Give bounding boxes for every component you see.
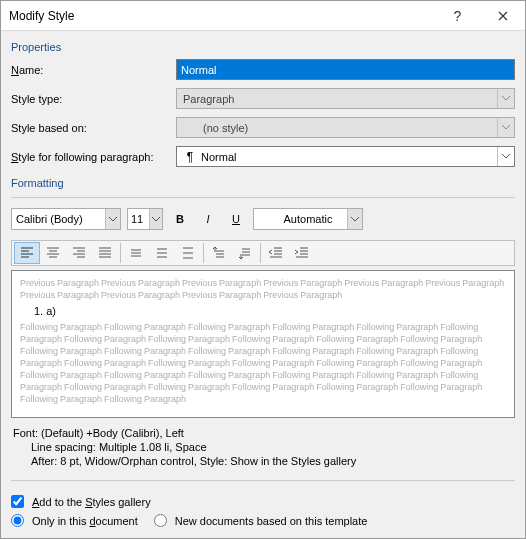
font-size-combo[interactable]: 11 xyxy=(127,208,163,230)
preview-pane: Previous Paragraph Previous Paragraph Pr… xyxy=(11,270,515,418)
pilcrow-icon: ¶ xyxy=(183,150,197,164)
only-this-doc-label: Only in this document xyxy=(32,515,138,527)
separator xyxy=(203,243,204,263)
space-before-dec-icon xyxy=(237,245,253,261)
italic-button[interactable]: I xyxy=(197,208,219,230)
new-docs-option[interactable]: New documents based on this template xyxy=(154,514,368,527)
space-before-dec-button[interactable] xyxy=(232,242,258,264)
spacing-15-button[interactable] xyxy=(149,242,175,264)
indent-dec-button[interactable] xyxy=(263,242,289,264)
window-title: Modify Style xyxy=(9,9,435,23)
line-spacing-double-icon xyxy=(180,245,196,261)
align-right-button[interactable] xyxy=(66,242,92,264)
font-color-value: Automatic xyxy=(284,213,333,225)
new-docs-label: New documents based on this template xyxy=(175,515,368,527)
titlebar: Modify Style ? xyxy=(1,1,525,31)
style-following-combo[interactable]: ¶ Normal xyxy=(176,146,515,167)
style-type-label: Style type: xyxy=(11,93,176,105)
chevron-down-icon xyxy=(497,89,514,108)
divider xyxy=(11,480,515,481)
font-family-combo[interactable]: Calibri (Body) xyxy=(11,208,121,230)
style-following-value: Normal xyxy=(201,151,236,163)
preview-previous-text: Previous Paragraph Previous Paragraph Pr… xyxy=(20,277,506,301)
preview-sample-text: 1. a) xyxy=(34,305,506,317)
add-to-gallery-label: Add to the Styles gallery xyxy=(32,496,151,508)
new-docs-radio[interactable] xyxy=(154,514,167,527)
line-spacing-single-icon xyxy=(128,245,144,261)
help-button[interactable]: ? xyxy=(435,1,480,30)
separator xyxy=(120,243,121,263)
align-left-button[interactable] xyxy=(14,242,40,264)
style-based-label: Style based on: xyxy=(11,122,176,134)
space-before-inc-button[interactable] xyxy=(206,242,232,264)
desc-line-2: Line spacing: Multiple 1.08 li, Space xyxy=(13,440,513,454)
style-description: Font: (Default) +Body (Calibri), Left Li… xyxy=(11,422,515,474)
chevron-down-icon xyxy=(497,118,514,137)
only-this-doc-option[interactable]: Only in this document xyxy=(11,514,138,527)
name-label: Name: xyxy=(11,64,176,76)
spacing-1-button[interactable] xyxy=(123,242,149,264)
preview-following-text: Following Paragraph Following Paragraph … xyxy=(20,321,506,405)
modify-style-dialog: Modify Style ? Properties Name: Style ty… xyxy=(0,0,526,539)
font-family-value: Calibri (Body) xyxy=(16,213,83,225)
style-type-combo: Paragraph xyxy=(176,88,515,109)
format-toolbar: Calibri (Body) 11 B I U Automatic xyxy=(11,208,515,230)
properties-heading: Properties xyxy=(11,41,515,53)
only-this-doc-radio[interactable] xyxy=(11,514,24,527)
desc-line-3: After: 8 pt, Widow/Orphan control, Style… xyxy=(13,454,513,468)
chevron-down-icon xyxy=(497,147,514,166)
font-color-combo[interactable]: Automatic xyxy=(253,208,363,230)
divider xyxy=(11,197,515,198)
desc-line-1: Font: (Default) +Body (Calibri), Left xyxy=(13,426,513,440)
style-type-value: Paragraph xyxy=(183,93,234,105)
chevron-down-icon xyxy=(149,209,162,229)
font-size-value: 11 xyxy=(131,213,143,225)
indent-increase-icon xyxy=(294,245,310,261)
line-spacing-15-icon xyxy=(154,245,170,261)
formatting-heading: Formatting xyxy=(11,177,515,189)
align-right-icon xyxy=(71,245,87,261)
indent-inc-button[interactable] xyxy=(289,242,315,264)
indent-decrease-icon xyxy=(268,245,284,261)
space-before-inc-icon xyxy=(211,245,227,261)
style-based-combo: (no style) xyxy=(176,117,515,138)
align-left-icon xyxy=(19,245,35,261)
align-justify-icon xyxy=(97,245,113,261)
separator xyxy=(260,243,261,263)
bold-button[interactable]: B xyxy=(169,208,191,230)
name-input[interactable] xyxy=(176,59,515,80)
align-center-icon xyxy=(45,245,61,261)
spacing-2-button[interactable] xyxy=(175,242,201,264)
align-justify-button[interactable] xyxy=(92,242,118,264)
underline-button[interactable]: U xyxy=(225,208,247,230)
paragraph-toolbar xyxy=(11,240,515,266)
close-icon xyxy=(498,11,508,21)
chevron-down-icon xyxy=(105,209,120,229)
add-to-gallery-checkbox[interactable] xyxy=(11,495,24,508)
style-following-label: Style for following paragraph: xyxy=(11,151,176,163)
chevron-down-icon xyxy=(347,209,362,229)
align-center-button[interactable] xyxy=(40,242,66,264)
style-based-value: (no style) xyxy=(203,122,248,134)
close-button[interactable] xyxy=(480,1,525,30)
